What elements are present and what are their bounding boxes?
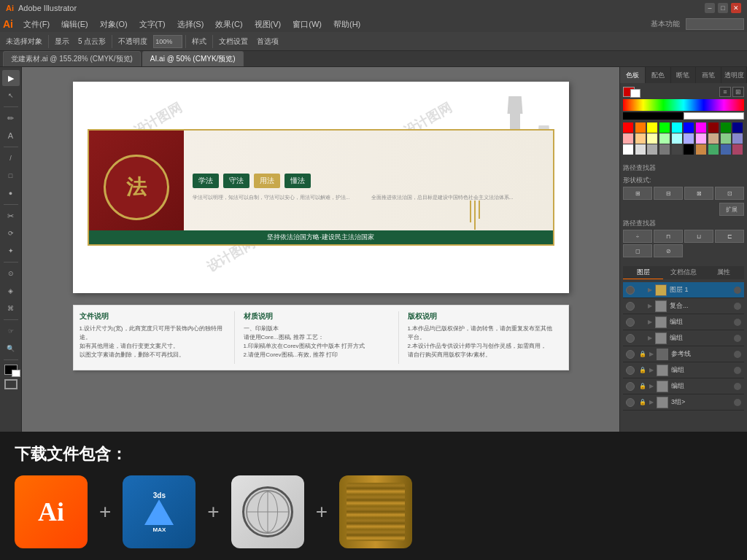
menu-help[interactable]: 帮助(H) — [328, 16, 366, 32]
tab-color[interactable]: 配色 — [646, 67, 671, 83]
layer-visibility-3[interactable] — [626, 318, 635, 327]
pf-merge[interactable]: ⊔ — [684, 230, 713, 243]
pf-crop[interactable]: ⊏ — [715, 230, 744, 243]
menu-file[interactable]: 文件(F) — [18, 16, 55, 32]
white-swatch[interactable] — [684, 112, 744, 120]
swatch-dark-red[interactable] — [708, 122, 719, 133]
tool-rotate[interactable]: ⟳ — [2, 225, 20, 241]
tool-ellipse[interactable]: ● — [2, 185, 20, 201]
layer-visibility-7[interactable] — [626, 382, 635, 391]
tool-pen[interactable]: ✏ — [2, 110, 20, 126]
layer-expand-6[interactable]: ▶ — [649, 367, 654, 373]
expand-button[interactable]: 扩展 — [719, 203, 744, 216]
menu-view[interactable]: 视图(V) — [249, 16, 287, 32]
swatch-cyan[interactable] — [672, 122, 682, 133]
first-item-btn[interactable]: 首选项 — [254, 36, 282, 47]
layer-item-7[interactable]: 🔒 ▶ 编组 — [623, 378, 744, 394]
tool-hand[interactable]: ☞ — [2, 323, 20, 339]
layers-tab-doc-info[interactable]: 文档信息 — [663, 266, 703, 279]
pf-intersect[interactable]: ⊠ — [684, 187, 713, 200]
layers-tab-layers[interactable]: 图层 — [623, 266, 663, 279]
pf-unite[interactable]: ⊞ — [623, 187, 652, 200]
maximize-button[interactable]: □ — [718, 3, 728, 13]
swatch-green[interactable] — [659, 122, 670, 133]
swatch-light-blue[interactable] — [684, 133, 694, 144]
swatch-black[interactable] — [684, 144, 694, 155]
layer-item-6[interactable]: 🔒 ▶ 编组 — [623, 362, 744, 378]
swatch-grid-btn[interactable]: ⊞ — [732, 87, 744, 97]
layer-visibility-5[interactable] — [626, 350, 635, 359]
menu-edit[interactable]: 编辑(E) — [55, 16, 94, 32]
layer-target-6[interactable] — [734, 367, 741, 374]
minimize-button[interactable]: – — [705, 3, 715, 13]
tool-gradient[interactable]: ◈ — [2, 283, 20, 299]
canvas-area[interactable]: 设计图网 设计图网 设计图网 设计图网 法 — [22, 67, 619, 432]
layer-target-1[interactable] — [734, 287, 741, 294]
layer-target-7[interactable] — [734, 383, 741, 390]
layer-target-8[interactable] — [734, 399, 741, 406]
opacity-input[interactable] — [153, 35, 182, 48]
layer-item-3[interactable]: ▶ 编组 — [623, 314, 744, 330]
swatch-teal[interactable] — [708, 144, 719, 155]
swatch-yellow[interactable] — [647, 122, 657, 133]
current-color-bg[interactable] — [630, 89, 640, 98]
pf-exclude[interactable]: ⊡ — [715, 187, 744, 200]
layer-lock-8[interactable]: 🔒 — [639, 399, 646, 405]
pf-minus-back[interactable]: ⊘ — [654, 244, 683, 257]
swatch-mid-gray[interactable] — [647, 144, 657, 155]
layers-tab-properties[interactable]: 属性 — [704, 266, 744, 279]
menu-select[interactable]: 选择(S) — [171, 16, 210, 32]
layer-expand-4[interactable]: ▶ — [648, 335, 652, 341]
color-spectrum[interactable] — [623, 99, 744, 111]
swatch-view-btn[interactable]: ≡ — [719, 87, 731, 97]
swatch-light-green[interactable] — [659, 133, 670, 144]
layer-lock-2[interactable] — [638, 302, 645, 311]
layer-item-8[interactable]: 🔒 ▶ 3组> — [623, 394, 744, 411]
swatch-slate[interactable] — [721, 144, 731, 155]
swatch-light-gray[interactable] — [635, 144, 646, 155]
swatch-light-yellow[interactable] — [647, 133, 657, 144]
tab-swatches[interactable]: 色板 — [620, 67, 646, 83]
pf-divide[interactable]: ÷ — [623, 230, 652, 243]
menu-object[interactable]: 对象(O) — [94, 16, 133, 32]
layer-item-4[interactable]: ▶ 编组 — [623, 330, 744, 346]
tool-eyedropper[interactable]: ⌘ — [2, 300, 20, 316]
mode-selector[interactable]: 显示 — [52, 36, 72, 47]
pf-outline[interactable]: ◻ — [623, 244, 652, 257]
tab-transparency[interactable]: 透明度 — [721, 67, 747, 83]
search-input[interactable] — [686, 18, 744, 30]
layer-item-2[interactable]: ▶ 复合... — [623, 298, 744, 314]
layer-lock-3[interactable] — [638, 318, 645, 327]
layer-expand-5[interactable]: ▶ — [649, 351, 654, 357]
doc-settings-btn[interactable]: 文档设置 — [216, 36, 251, 47]
swatch-orange[interactable] — [635, 122, 646, 133]
tool-rect[interactable]: □ — [2, 168, 20, 184]
swatch-blue[interactable] — [684, 122, 694, 133]
layer-item-5[interactable]: 🔒 ▶ 参考线 — [623, 346, 744, 362]
tool-scissors[interactable]: ✂ — [2, 208, 20, 224]
swatch-white[interactable] — [623, 144, 633, 155]
swatch-sage[interactable] — [721, 133, 731, 144]
layer-expand-7[interactable]: ▶ — [649, 383, 654, 389]
tab-symbols[interactable]: 画笔 — [696, 67, 721, 83]
layer-target-2[interactable] — [734, 303, 741, 310]
tool-select[interactable]: ▶ — [2, 70, 20, 86]
swatch-red[interactable] — [623, 122, 633, 133]
swatch-dark-green[interactable] — [721, 122, 731, 133]
layer-expand-1[interactable]: ▶ — [648, 287, 652, 293]
close-button[interactable]: ✕ — [731, 3, 741, 13]
layer-target-3[interactable] — [734, 319, 741, 326]
tool-star[interactable]: ✦ — [2, 243, 20, 259]
menu-text[interactable]: 文字(T) — [133, 16, 171, 32]
stroke-color-swatch[interactable] — [4, 379, 18, 389]
layer-visibility-1[interactable] — [626, 286, 635, 295]
swatch-magenta[interactable] — [696, 122, 706, 133]
layer-item-1[interactable]: ▶ 图层 1 — [623, 282, 744, 298]
swatch-rose[interactable] — [732, 144, 743, 155]
swatch-periwinkle[interactable] — [732, 133, 743, 144]
swatch-light-magenta[interactable] — [696, 133, 706, 144]
layer-expand-8[interactable]: ▶ — [649, 399, 654, 405]
layer-lock-7[interactable]: 🔒 — [639, 383, 646, 389]
layer-lock-6[interactable]: 🔒 — [639, 367, 646, 373]
tab-brushes[interactable]: 断笔 — [671, 67, 697, 83]
